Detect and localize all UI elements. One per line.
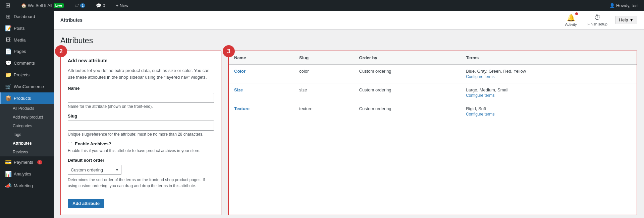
enable-archives-row: Enable Archives?: [68, 141, 214, 146]
sidebar-item-add-product[interactable]: Add new product: [0, 113, 54, 122]
sidebar-item-tags[interactable]: Tags: [0, 130, 54, 139]
breadcrumb: Attributes: [60, 17, 83, 23]
sidebar-item-payments[interactable]: 💳 Payments 1: [0, 156, 54, 168]
cell-name: Size: [229, 83, 294, 102]
col-slug: Slug: [294, 51, 354, 65]
sort-desc: Determines the sort order of the terms o…: [68, 177, 212, 189]
configure-terms-link[interactable]: Configure terms: [466, 112, 631, 117]
shield-icon: 🛡: [74, 3, 79, 8]
sidebar-item-projects[interactable]: 📁 Projects: [0, 69, 54, 81]
name-label: Name: [68, 86, 214, 91]
cell-name: Color: [229, 65, 294, 83]
sort-select[interactable]: Custom ordering Name Name (numeric) Term…: [68, 165, 121, 175]
add-attribute-box: 2 Add new attribute Attributes let you d…: [60, 51, 221, 215]
payments-icon: 💳: [5, 159, 11, 165]
sidebar-item-marketing[interactable]: 📣 Marketing: [0, 180, 54, 192]
sidebar-item-all-products[interactable]: All Products: [0, 104, 54, 113]
finish-setup-label: Finish setup: [587, 22, 607, 26]
content-layout: 2 Add new attribute Attributes let you d…: [60, 51, 637, 215]
step-badge-2: 2: [55, 45, 67, 57]
analytics-icon: 📊: [5, 171, 11, 177]
sidebar-label-posts: Posts: [14, 26, 25, 31]
form-description: Attributes let you define extra product …: [68, 67, 214, 80]
attributes-table: Name Slug Order by Terms Color color Cus…: [229, 51, 637, 121]
sort-order-group: Default sort order Custom ordering Name …: [68, 158, 214, 189]
col-name: Name: [229, 51, 294, 65]
avatar-icon: 👤: [609, 3, 615, 8]
cell-name: Texture: [229, 102, 294, 121]
sidebar-label-projects: Projects: [14, 72, 30, 77]
attribute-name-link[interactable]: Texture: [234, 106, 250, 111]
sidebar-item-dashboard[interactable]: ⊞ Dashboard: [0, 11, 54, 22]
shield-item[interactable]: 🛡 1: [72, 0, 88, 11]
main-content: Attributes 🔔 Activity ⏱ Finish setup Hel…: [54, 11, 644, 218]
cell-terms: Large, Medium, Small Configure terms: [461, 83, 637, 102]
add-attribute-button[interactable]: Add attribute: [68, 199, 104, 208]
new-item[interactable]: + New: [113, 0, 131, 11]
content-topbar: Attributes 🔔 Activity ⏱ Finish setup Hel…: [54, 11, 644, 29]
cell-order-by: Custom ordering: [354, 65, 461, 83]
cell-terms: Blue, Gray, Green, Red, Yellow Configure…: [461, 65, 637, 83]
cell-slug: texture: [294, 102, 354, 121]
sidebar-label-marketing: Marketing: [14, 183, 33, 188]
sidebar-item-reviews[interactable]: Reviews: [0, 148, 54, 156]
name-hint: Name for the attribute (shown on the fro…: [68, 104, 214, 109]
finish-setup-button[interactable]: ⏱ Finish setup: [585, 11, 610, 29]
table-row: Texture texture Custom ordering Rigid, S…: [229, 102, 637, 121]
slug-input[interactable]: [68, 121, 214, 131]
sidebar-label-payments: Payments: [14, 160, 33, 165]
sidebar-label-dashboard: Dashboard: [14, 14, 35, 19]
comment-item[interactable]: 💬 0: [93, 0, 108, 11]
home-icon: 🏠: [21, 3, 26, 8]
slug-group: Slug Unique slug/reference for the attri…: [68, 114, 214, 137]
wp-logo[interactable]: ⊞: [3, 0, 13, 11]
sidebar-item-categories[interactable]: Categories: [0, 122, 54, 130]
howdy-text: Howdy, test: [616, 3, 639, 8]
sidebar-item-woocommerce[interactable]: 🛒 WooCommerce: [0, 81, 54, 92]
sidebar-item-comments[interactable]: 💬 Comments: [0, 57, 54, 69]
dashboard-icon: ⊞: [5, 13, 11, 20]
projects-icon: 📁: [5, 72, 11, 78]
sidebar-item-analytics[interactable]: 📊 Analytics: [0, 168, 54, 180]
form-section-title: Add new attribute: [68, 58, 214, 63]
configure-terms-link[interactable]: Configure terms: [466, 74, 631, 79]
sort-select-wrap: Custom ordering Name Name (numeric) Term…: [68, 165, 121, 175]
cell-slug: color: [294, 65, 354, 83]
sidebar: ⊞ Dashboard 📝 Posts 🖼 Media 📄 Pages 💬 Co…: [0, 11, 54, 218]
sidebar-label-woocommerce: WooCommerce: [14, 84, 44, 89]
cell-terms: Rigid, Soft Configure terms: [461, 102, 637, 121]
slug-label: Slug: [68, 114, 214, 119]
howdy[interactable]: 👤 Howdy, test: [607, 0, 641, 11]
sidebar-item-posts[interactable]: 📝 Posts: [0, 22, 54, 34]
enable-archives-label: Enable Archives?: [75, 141, 111, 146]
comment-count: 0: [103, 3, 105, 8]
sidebar-item-attributes[interactable]: Attributes: [0, 139, 54, 148]
activity-label: Activity: [565, 22, 577, 26]
col-terms: Terms: [461, 51, 637, 65]
attribute-name-link[interactable]: Size: [234, 87, 243, 92]
activity-button[interactable]: 🔔 Activity: [562, 11, 580, 29]
name-input[interactable]: [68, 93, 214, 103]
sidebar-item-media[interactable]: 🖼 Media: [0, 34, 54, 46]
products-submenu: All Products Add new product Categories …: [0, 104, 54, 156]
sidebar-item-pages[interactable]: 📄 Pages: [0, 46, 54, 57]
cell-slug: size: [294, 83, 354, 102]
step-badge-3: 3: [223, 45, 235, 57]
sidebar-label-analytics: Analytics: [14, 171, 31, 176]
sidebar-label-pages: Pages: [14, 49, 26, 54]
enable-archives-checkbox[interactable]: [68, 142, 72, 146]
shield-count: 1: [80, 3, 86, 8]
payments-badge: 1: [37, 160, 43, 164]
wp-icon: ⊞: [5, 2, 10, 9]
configure-terms-link[interactable]: Configure terms: [466, 93, 631, 98]
sidebar-item-products[interactable]: 📦 Products: [0, 92, 54, 104]
cell-order-by: Custom ordering: [354, 83, 461, 102]
attribute-name-link[interactable]: Color: [234, 69, 246, 74]
cell-order-by: Custom ordering: [354, 102, 461, 121]
site-name[interactable]: 🏠 We Sell It All Live: [18, 0, 66, 11]
page-title: Attributes: [60, 36, 637, 45]
slug-hint: Unique slug/reference for the attribute;…: [68, 132, 214, 137]
woocommerce-icon: 🛒: [5, 83, 11, 90]
media-icon: 🖼: [5, 37, 11, 43]
help-button[interactable]: Help ▼: [615, 16, 637, 24]
